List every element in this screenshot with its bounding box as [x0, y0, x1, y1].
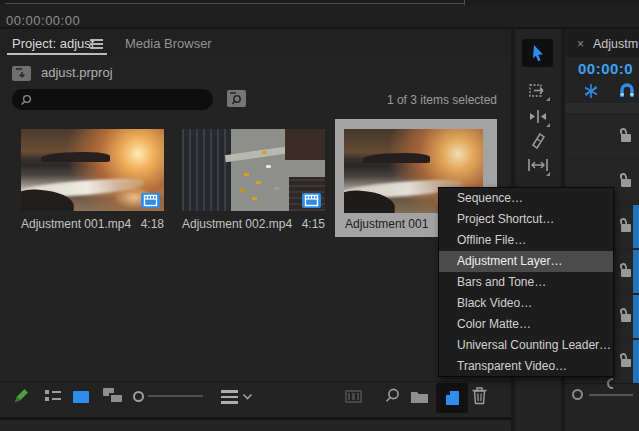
selection-tool[interactable] [522, 39, 553, 67]
project-writable-pencil-icon [13, 387, 30, 404]
upper-timecode-row: 00:00:00:00 [0, 5, 639, 27]
razor-tool[interactable] [522, 126, 553, 154]
clip-name[interactable]: Adjustment 001.mp4 [21, 217, 131, 232]
track-lock-icon[interactable] [620, 173, 632, 187]
slip-tool[interactable] [522, 151, 553, 179]
delete-icon[interactable] [471, 386, 488, 405]
timeline-clip[interactable] [633, 250, 639, 293]
razor-icon [529, 131, 547, 149]
ripple-edit-icon [528, 109, 548, 124]
icon-view-icon[interactable] [73, 391, 89, 403]
find-icon[interactable] [384, 387, 401, 404]
new-item-context-menu: Sequence… Project Shortcut… Offline File… [438, 187, 614, 377]
toolbar-separator [0, 381, 511, 382]
clip-duration: 4:15 [302, 217, 325, 232]
timeline-zoom-knob[interactable] [572, 389, 583, 400]
track-lock-icon[interactable] [620, 218, 632, 232]
timeline-clip[interactable] [633, 205, 639, 248]
close-icon[interactable]: × [577, 37, 584, 51]
timeline-timecode[interactable]: 00:00:0 [578, 60, 633, 77]
zoom-handle-icon[interactable] [607, 378, 613, 390]
new-item-icon [445, 390, 460, 406]
search-box[interactable] [12, 89, 213, 110]
thumbnail-zoom-slider-track[interactable] [148, 395, 203, 397]
tab-media-browser[interactable]: Media Browser [125, 36, 212, 51]
slip-icon [527, 157, 549, 173]
automate-to-sequence-icon[interactable] [345, 390, 362, 403]
sort-icon[interactable] [221, 390, 238, 407]
menu-item-project-shortcut[interactable]: Project Shortcut… [439, 209, 613, 230]
timeline-zoom-track[interactable] [589, 394, 633, 396]
panel-menu-icon[interactable] [90, 39, 103, 49]
track-header [565, 115, 639, 158]
timeline-clip[interactable] [633, 295, 639, 338]
track-lock-icon[interactable] [620, 308, 632, 322]
menu-item-sequence[interactable]: Sequence… [439, 188, 613, 209]
clip-label-row: Adjustment 001.mp4 4:18 [21, 217, 164, 232]
thumbnail-zoom-slider-knob[interactable] [133, 391, 144, 402]
new-bin-icon[interactable] [410, 389, 429, 404]
clip-name[interactable]: Adjustment 002.mp4 [182, 217, 292, 232]
track-lock-icon[interactable] [620, 128, 632, 142]
menu-item-color-matte[interactable]: Color Matte… [439, 314, 613, 335]
new-item-button[interactable] [436, 383, 468, 413]
thumbnail-art [182, 129, 231, 211]
menu-item-universal-counting-leader[interactable]: Universal Counting Leader… [439, 335, 613, 356]
clip-duration: 4:18 [141, 217, 164, 232]
clip-thumbnail-1[interactable] [21, 129, 164, 211]
menu-item-adjustment-layer[interactable]: Adjustment Layer… [439, 251, 613, 272]
search-icon [20, 94, 32, 106]
tab-project[interactable]: Project: adjust [12, 36, 94, 51]
track-lock-icon[interactable] [620, 263, 632, 277]
track-lock-icon[interactable] [620, 353, 632, 367]
timeline-zoom-bar [565, 383, 639, 417]
track-select-forward-icon [528, 82, 548, 99]
thumbnail-art [41, 152, 110, 162]
search-input[interactable] [38, 91, 206, 108]
menu-item-bars-and-tone[interactable]: Bars and Tone… [439, 272, 613, 293]
clip-label-row: Adjustment 002.mp4 4:15 [182, 217, 325, 232]
timeline-clip[interactable] [633, 340, 639, 383]
chevron-down-icon[interactable] [242, 393, 253, 401]
snap-magnet-icon[interactable] [618, 82, 636, 98]
list-view-icon[interactable] [45, 390, 61, 404]
timeline-tab-label[interactable]: Adjustme [593, 37, 639, 51]
menu-item-offline-file[interactable]: Offline File… [439, 230, 613, 251]
bin-up-icon[interactable] [12, 66, 31, 81]
selection-status: 1 of 3 items selected [297, 93, 497, 107]
filmstrip-icon [141, 193, 160, 208]
panel-frame-line [5, 3, 464, 4]
breadcrumb: adjust.prproj [41, 65, 113, 80]
menu-item-black-video[interactable]: Black Video… [439, 293, 613, 314]
search-bin-icon[interactable] [227, 90, 246, 107]
active-tab-underline [7, 53, 107, 55]
premiere-app-window: 00:00:00:00 Project: adjust Media Browse… [0, 0, 639, 431]
filmstrip-icon [302, 193, 321, 208]
menu-item-transparent-video[interactable]: Transparent Video… [439, 356, 613, 377]
timeline-ruler[interactable] [565, 103, 639, 113]
clip-thumbnail-2[interactable] [182, 129, 325, 211]
timeline-tab-bar: × Adjustme [565, 29, 639, 57]
selection-arrow-icon [530, 44, 546, 62]
nest-sequences-icon[interactable] [583, 83, 599, 99]
upper-timecode: 00:00:00:00 [6, 13, 80, 28]
track-select-forward-tool[interactable] [522, 76, 553, 104]
clip-name[interactable]: Adjustment 001 [345, 217, 428, 232]
